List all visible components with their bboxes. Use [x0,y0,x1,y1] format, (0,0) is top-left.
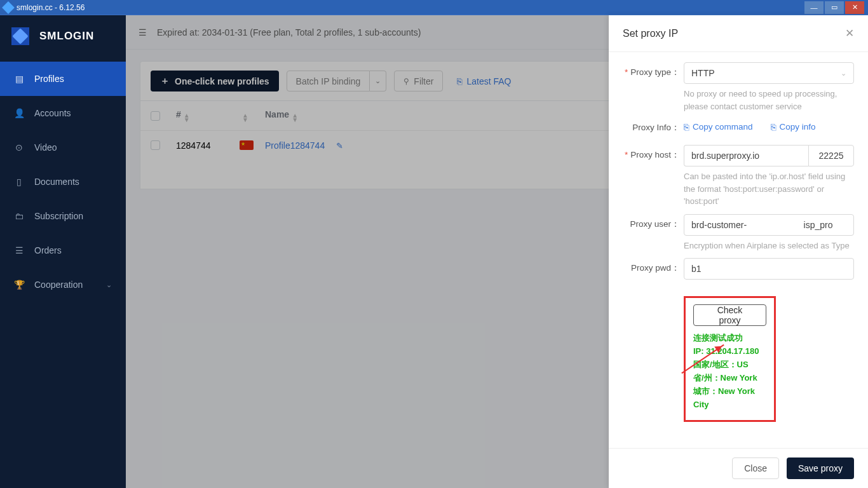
chevron-down-icon: ⌄ [106,281,112,289]
drawer-title: Set proxy IP [623,28,678,39]
proxy-host-hint: Can be pasted into the 'ip.or.host' fiel… [684,170,854,208]
sidebar-item-label: Subscription [34,211,83,221]
orders-icon: ☰ [14,245,24,255]
logo-mark [11,27,29,45]
copy-info-link[interactable]: ⎘Copy info [771,120,816,133]
sidebar-item-orders[interactable]: ☰ Orders [0,233,126,268]
sidebar-item-accounts[interactable]: 👤 Accounts [0,96,126,130]
chevron-down-icon: ⌄ [841,69,846,78]
copy-icon: ⎘ [684,122,689,132]
cooperation-icon: 🏆 [14,280,24,290]
sidebar-item-label: Video [34,142,57,152]
drawer-close-footer-button[interactable]: Close [732,458,779,479]
copy-icon: ⎘ [771,122,776,132]
sidebar: SMLOGIN ▤ Profiles 👤 Accounts ⊙ Video ▯ … [0,15,126,488]
subscription-icon: 🗀 [14,211,24,221]
proxy-port-input[interactable] [808,145,854,166]
sidebar-item-video[interactable]: ⊙ Video [0,130,126,165]
proxy-pwd-input[interactable] [684,258,854,280]
save-proxy-button[interactable]: Save proxy [787,458,854,479]
app-favicon [2,1,15,14]
proxy-type-label: Proxy type： [630,67,680,77]
proxy-drawer: Set proxy IP ✕ *Proxy type： HTTP ⌄ No pr… [609,15,868,488]
window-maximize-button[interactable]: ▭ [825,1,844,14]
video-icon: ⊙ [14,142,24,152]
proxy-info-label: Proxy Info： [632,123,680,132]
profiles-icon: ▤ [14,74,24,84]
window-title: smlogin.cc - 6.12.56 [17,3,804,12]
check-proxy-button[interactable]: Check proxy [693,304,766,326]
sidebar-item-subscription[interactable]: 🗀 Subscription [0,199,126,233]
sidebar-item-cooperation[interactable]: 🏆 Cooperation ⌄ [0,268,126,302]
sidebar-item-profiles[interactable]: ▤ Profiles [0,62,126,96]
proxy-user-label: Proxy user： [630,219,680,229]
proxy-type-select[interactable]: HTTP ⌄ [684,62,854,84]
sidebar-item-label: Documents [34,177,79,187]
proxy-host-label: Proxy host： [630,150,680,159]
proxy-user-hint: Encryption when Airplane is selected as … [684,240,854,252]
drawer-close-button[interactable]: ✕ [845,27,854,40]
proxy-user-input[interactable] [684,214,854,236]
brand-name: SMLOGIN [39,30,94,43]
sidebar-item-label: Accounts [34,108,71,118]
window-minimize-button[interactable]: — [804,1,824,14]
logo: SMLOGIN [0,15,126,57]
accounts-icon: 👤 [14,108,24,118]
proxy-type-hint: No proxy or need to speed up processing,… [684,88,854,112]
titlebar: smlogin.cc - 6.12.56 — ▭ ✕ [0,0,868,15]
proxy-pwd-label: Proxy pwd： [631,263,680,273]
sidebar-item-label: Profiles [34,74,64,84]
sidebar-item-label: Cooperation [34,280,83,290]
check-proxy-result: Check proxy 连接测试成功 IP: 31.204.17.180 国家/… [684,296,776,422]
sidebar-item-documents[interactable]: ▯ Documents [0,165,126,199]
window-close-button[interactable]: ✕ [845,1,864,14]
copy-command-link[interactable]: ⎘Copy command [684,120,753,133]
documents-icon: ▯ [14,177,24,187]
proxy-host-input[interactable] [684,145,808,166]
sidebar-item-label: Orders [34,245,62,255]
